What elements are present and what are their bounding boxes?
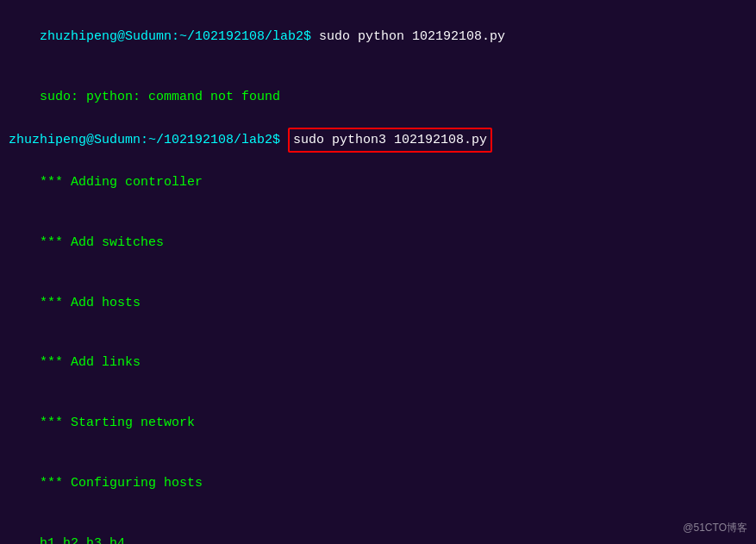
line-6: *** Add hosts: [9, 272, 747, 333]
line-7: *** Add links: [9, 333, 747, 393]
line-5: *** Add switches: [9, 213, 747, 273]
line-9: *** Configuring hosts: [9, 453, 747, 514]
highlighted-command: sudo python3 102192108.py: [288, 128, 492, 153]
prompt-3: zhuzhipeng@Sudumn:~/102192108/lab2$: [9, 130, 288, 150]
line-2: sudo: python: command not found: [9, 67, 747, 128]
line-8: *** Starting network: [9, 393, 747, 453]
watermark: @51CTO博客: [683, 521, 747, 535]
line-10: h1 h2 h3 h4: [9, 513, 747, 544]
line-1: zhuzhipeng@Sudumn:~/102192108/lab2$ sudo…: [9, 7, 747, 67]
command-1: sudo python 102192108.py: [319, 29, 505, 44]
line-4: *** Adding controller: [9, 153, 747, 213]
prompt-1: zhuzhipeng@Sudumn:~/102192108/lab2$: [40, 29, 319, 44]
error-text: sudo: python: command not found: [40, 90, 280, 104]
terminal-window: zhuzhipeng@Sudumn:~/102192108/lab2$ sudo…: [0, 0, 756, 544]
line-3: zhuzhipeng@Sudumn:~/102192108/lab2$ sudo…: [9, 128, 747, 153]
